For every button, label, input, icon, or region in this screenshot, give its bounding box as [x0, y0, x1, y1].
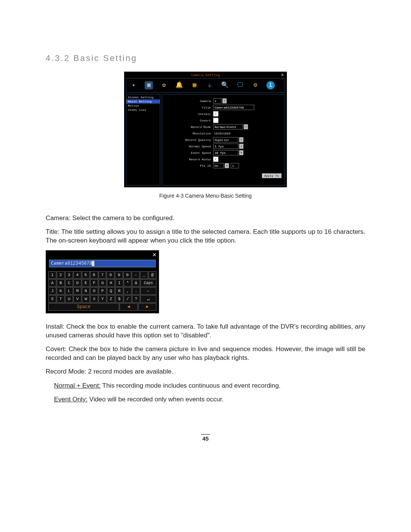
key-b[interactable]: B — [57, 279, 65, 287]
bell-icon[interactable]: 🔔 — [175, 81, 183, 89]
key-backspace[interactable]: ← — [140, 287, 156, 295]
chevron-down-icon[interactable]: ▼ — [244, 124, 248, 129]
key-at[interactable]: @ — [148, 271, 156, 279]
key-comma[interactable]: , — [124, 287, 132, 295]
install-def-text: Check the box to enable the current came… — [46, 323, 365, 339]
key-l[interactable]: L — [65, 287, 73, 295]
record-mode-select[interactable]: Normal+Event — [213, 124, 243, 129]
key-v[interactable]: V — [73, 295, 81, 303]
install-checkbox[interactable]: ✓ — [213, 111, 218, 117]
sidebar-item-videoloss[interactable]: Video Loss — [126, 108, 160, 112]
key-o[interactable]: O — [90, 287, 98, 295]
ptz-id-input[interactable]: 1 — [231, 163, 239, 168]
key-t[interactable]: T — [57, 295, 65, 303]
key-m[interactable]: M — [73, 287, 81, 295]
recmode-def-label: Record Mode: — [46, 368, 86, 375]
key-enter[interactable]: ↵ — [140, 295, 156, 303]
close-icon[interactable]: × — [152, 251, 158, 259]
key-g[interactable]: G — [99, 279, 107, 287]
event-only-label: Event Only: — [54, 396, 88, 403]
key-k[interactable]: K — [57, 287, 65, 295]
covert-def-text: Check the box to hide the camera picture… — [46, 345, 365, 361]
key-9[interactable]: 9 — [115, 271, 123, 279]
gear-icon[interactable]: ⚙ — [251, 81, 260, 89]
resolution-value: 1920x1080 — [213, 132, 230, 135]
key-w[interactable]: W — [82, 295, 90, 303]
record-quality-select[interactable]: Superior — [213, 137, 238, 142]
normal-speed-select[interactable]: 5 fps — [213, 144, 238, 149]
record-audio-checkbox[interactable]: ✓ — [213, 157, 218, 162]
key-f[interactable]: F — [90, 279, 98, 287]
sidebar-item-global[interactable]: Global Setting — [126, 95, 160, 99]
recmode-def-text: 2 record modes are available. — [86, 368, 174, 375]
keyboard-grid: 1 2 3 4 5 6 7 8 9 0 - _ @ A B C D E F — [47, 271, 158, 312]
key-s[interactable]: S — [48, 295, 56, 303]
text-cursor — [92, 261, 94, 266]
network-icon[interactable]: ⏚ — [206, 81, 214, 89]
key-z[interactable]: Z — [107, 295, 115, 303]
key-i[interactable]: I — [115, 279, 123, 287]
key-star[interactable]: * — [124, 279, 132, 287]
key-p[interactable]: P — [99, 287, 107, 295]
chevron-down-icon[interactable]: ▼ — [222, 98, 227, 104]
key-4[interactable]: 4 — [73, 271, 81, 279]
display-icon[interactable]: 🖵 — [236, 81, 244, 89]
normal-event-paragraph: Normal + Event: This recording mode incl… — [46, 382, 365, 390]
chevron-down-icon[interactable]: ▼ — [239, 150, 244, 155]
wand-icon[interactable]: ✦ — [129, 81, 138, 89]
key-dollar[interactable]: $ — [115, 295, 123, 303]
key-u[interactable]: U — [65, 295, 73, 303]
key-3[interactable]: 3 — [65, 271, 73, 279]
key-caps[interactable]: Caps — [140, 279, 156, 287]
key-h[interactable]: H — [107, 279, 115, 287]
chevron-down-icon[interactable]: ▼ — [239, 144, 244, 149]
key-amp[interactable]: & — [132, 279, 140, 287]
camera-def-label: Camera: — [46, 214, 70, 222]
ptz-onoff-select[interactable]: On — [213, 163, 224, 168]
key-n[interactable]: N — [82, 287, 90, 295]
chevron-down-icon[interactable]: ▼ — [225, 163, 229, 168]
key-j[interactable]: J — [48, 287, 56, 295]
title-input[interactable]: Camera0123456789 — [213, 105, 254, 110]
key-d[interactable]: D — [73, 279, 81, 287]
key-0[interactable]: 0 — [123, 271, 131, 279]
key-x[interactable]: X — [90, 295, 98, 303]
window-title: Camera Setting — [191, 73, 220, 77]
key-q[interactable]: Q — [107, 287, 115, 295]
key-8[interactable]: 8 — [107, 271, 115, 279]
covert-checkbox[interactable] — [213, 118, 218, 123]
key-e[interactable]: E — [82, 279, 90, 287]
sidebar-item-basic[interactable]: Basic Setting — [126, 99, 160, 104]
key-underscore[interactable]: _ — [140, 271, 148, 279]
key-y[interactable]: Y — [99, 295, 107, 303]
ptz-id-label: PTZ ID — [165, 164, 213, 168]
event-only-paragraph: Event Only: Video will be recorded only … — [46, 395, 365, 404]
key-space[interactable]: Space — [48, 303, 119, 311]
camera-icon[interactable]: ▣ — [145, 81, 153, 89]
sidebar-item-motion[interactable]: Motion — [126, 104, 160, 108]
reel-icon[interactable]: ✿ — [160, 81, 168, 89]
camera-select[interactable]: 1 — [213, 98, 221, 104]
keyboard-text-field[interactable]: Camera012345678 — [49, 260, 156, 267]
key-5[interactable]: 5 — [82, 271, 90, 279]
key-right[interactable]: ► — [138, 303, 156, 311]
key-question[interactable]: ? — [132, 295, 140, 303]
key-2[interactable]: 2 — [57, 271, 65, 279]
key-slash[interactable]: / — [124, 295, 132, 303]
apply-to-button[interactable]: Apply To — [262, 173, 282, 178]
close-icon[interactable]: × — [280, 73, 285, 78]
info-icon[interactable]: i — [266, 81, 275, 89]
key-period[interactable]: . — [132, 287, 140, 295]
key-dash[interactable]: - — [132, 271, 140, 279]
key-6[interactable]: 6 — [90, 271, 98, 279]
key-a[interactable]: A — [48, 279, 56, 287]
key-left[interactable]: ◄ — [119, 303, 138, 311]
event-speed-select[interactable]: 30 fps — [213, 150, 238, 155]
schedule-icon[interactable]: ▦ — [190, 81, 199, 89]
search-icon[interactable]: 🔍 — [221, 81, 229, 89]
key-1[interactable]: 1 — [48, 271, 56, 279]
key-r[interactable]: R — [115, 287, 123, 295]
chevron-down-icon[interactable]: ▼ — [239, 137, 244, 142]
key-7[interactable]: 7 — [99, 271, 107, 279]
key-c[interactable]: C — [65, 279, 73, 287]
